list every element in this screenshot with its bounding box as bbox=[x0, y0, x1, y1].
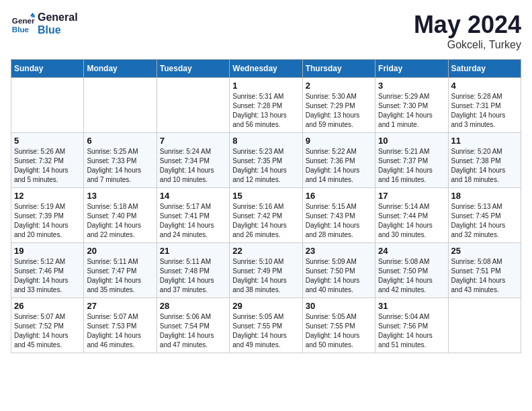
daylight-text: Daylight: 14 hours and 30 minutes. bbox=[378, 221, 445, 240]
daylight-text: Daylight: 14 hours and 24 minutes. bbox=[160, 221, 226, 240]
day-number: 7 bbox=[160, 136, 226, 146]
sunset-text: Sunset: 7:34 PM bbox=[160, 156, 226, 166]
col-tuesday: Tuesday bbox=[157, 60, 229, 78]
calendar-week-row: 12Sunrise: 5:19 AMSunset: 7:39 PMDayligh… bbox=[11, 188, 521, 243]
calendar-cell: 27Sunrise: 5:07 AMSunset: 7:53 PMDayligh… bbox=[84, 298, 157, 353]
daylight-text: Daylight: 14 hours and 38 minutes. bbox=[232, 276, 299, 295]
calendar-cell bbox=[11, 78, 84, 133]
day-info: Sunrise: 5:18 AMSunset: 7:40 PMDaylight:… bbox=[87, 202, 153, 240]
day-number: 30 bbox=[306, 301, 372, 311]
title-block: May 2024 Gokceli, Turkey bbox=[414, 11, 521, 51]
sunrise-text: Sunrise: 5:18 AM bbox=[87, 202, 153, 212]
day-number: 10 bbox=[378, 136, 445, 146]
daylight-text: Daylight: 14 hours and 22 minutes. bbox=[87, 221, 153, 240]
daylight-text: Daylight: 14 hours and 18 minutes. bbox=[451, 166, 518, 185]
day-number: 20 bbox=[87, 246, 153, 256]
calendar-cell: 22Sunrise: 5:10 AMSunset: 7:49 PMDayligh… bbox=[230, 243, 302, 298]
day-number: 11 bbox=[451, 136, 518, 146]
sunset-text: Sunset: 7:54 PM bbox=[160, 322, 226, 331]
day-info: Sunrise: 5:11 AMSunset: 7:47 PMDaylight:… bbox=[87, 257, 153, 295]
calendar-cell: 20Sunrise: 5:11 AMSunset: 7:47 PMDayligh… bbox=[84, 243, 157, 298]
daylight-text: Daylight: 14 hours and 37 minutes. bbox=[160, 276, 226, 295]
day-number: 31 bbox=[378, 301, 445, 311]
daylight-text: Daylight: 14 hours and 49 minutes. bbox=[232, 331, 299, 350]
calendar-cell: 30Sunrise: 5:05 AMSunset: 7:55 PMDayligh… bbox=[302, 298, 375, 353]
day-number: 25 bbox=[451, 246, 518, 256]
sunrise-text: Sunrise: 5:28 AM bbox=[451, 92, 518, 101]
day-info: Sunrise: 5:15 AMSunset: 7:43 PMDaylight:… bbox=[306, 202, 372, 240]
day-info: Sunrise: 5:19 AMSunset: 7:39 PMDaylight:… bbox=[14, 202, 81, 240]
day-info: Sunrise: 5:30 AMSunset: 7:29 PMDaylight:… bbox=[306, 92, 372, 130]
sunset-text: Sunset: 7:43 PM bbox=[306, 212, 372, 221]
calendar-cell: 8Sunrise: 5:23 AMSunset: 7:35 PMDaylight… bbox=[230, 133, 302, 188]
sunset-text: Sunset: 7:51 PM bbox=[451, 267, 518, 276]
sunset-text: Sunset: 7:50 PM bbox=[378, 267, 445, 276]
day-number: 23 bbox=[306, 246, 372, 256]
calendar-cell: 25Sunrise: 5:08 AMSunset: 7:51 PMDayligh… bbox=[448, 243, 521, 298]
calendar-cell: 17Sunrise: 5:14 AMSunset: 7:44 PMDayligh… bbox=[375, 188, 448, 243]
daylight-text: Daylight: 14 hours and 26 minutes. bbox=[232, 221, 299, 240]
sunrise-text: Sunrise: 5:13 AM bbox=[451, 202, 518, 212]
calendar-cell: 3Sunrise: 5:29 AMSunset: 7:30 PMDaylight… bbox=[375, 78, 448, 133]
col-sunday: Sunday bbox=[11, 60, 84, 78]
day-number: 12 bbox=[14, 191, 81, 201]
calendar-cell: 5Sunrise: 5:26 AMSunset: 7:32 PMDaylight… bbox=[11, 133, 84, 188]
day-number: 9 bbox=[306, 136, 372, 146]
sunrise-text: Sunrise: 5:29 AM bbox=[378, 92, 445, 101]
day-info: Sunrise: 5:04 AMSunset: 7:56 PMDaylight:… bbox=[378, 312, 445, 350]
day-info: Sunrise: 5:05 AMSunset: 7:55 PMDaylight:… bbox=[232, 312, 299, 350]
sunset-text: Sunset: 7:45 PM bbox=[451, 212, 518, 221]
sunrise-text: Sunrise: 5:11 AM bbox=[160, 257, 226, 267]
calendar-cell: 9Sunrise: 5:22 AMSunset: 7:36 PMDaylight… bbox=[302, 133, 375, 188]
calendar-cell: 24Sunrise: 5:08 AMSunset: 7:50 PMDayligh… bbox=[375, 243, 448, 298]
day-info: Sunrise: 5:21 AMSunset: 7:37 PMDaylight:… bbox=[378, 147, 445, 185]
sunrise-text: Sunrise: 5:05 AM bbox=[306, 312, 372, 322]
daylight-text: Daylight: 13 hours and 59 minutes. bbox=[306, 111, 372, 130]
daylight-text: Daylight: 14 hours and 46 minutes. bbox=[87, 331, 153, 350]
day-number: 13 bbox=[87, 191, 153, 201]
sunrise-text: Sunrise: 5:20 AM bbox=[451, 147, 518, 156]
sunset-text: Sunset: 7:49 PM bbox=[232, 267, 299, 276]
daylight-text: Daylight: 14 hours and 28 minutes. bbox=[306, 221, 372, 240]
sunrise-text: Sunrise: 5:06 AM bbox=[160, 312, 226, 322]
sunrise-text: Sunrise: 5:10 AM bbox=[232, 257, 299, 267]
calendar-header-row: Sunday Monday Tuesday Wednesday Thursday… bbox=[11, 60, 521, 78]
day-number: 4 bbox=[451, 81, 518, 91]
col-wednesday: Wednesday bbox=[230, 60, 302, 78]
col-thursday: Thursday bbox=[302, 60, 375, 78]
calendar-cell: 4Sunrise: 5:28 AMSunset: 7:31 PMDaylight… bbox=[448, 78, 521, 133]
sunset-text: Sunset: 7:42 PM bbox=[232, 212, 299, 221]
sunset-text: Sunset: 7:53 PM bbox=[87, 322, 153, 331]
calendar-cell bbox=[157, 78, 229, 133]
sunrise-text: Sunrise: 5:15 AM bbox=[306, 202, 372, 212]
daylight-text: Daylight: 14 hours and 1 minute. bbox=[378, 111, 445, 130]
day-number: 8 bbox=[232, 136, 299, 146]
daylight-text: Daylight: 14 hours and 16 minutes. bbox=[378, 166, 445, 185]
day-number: 21 bbox=[160, 246, 226, 256]
sunset-text: Sunset: 7:36 PM bbox=[306, 156, 372, 166]
calendar-cell: 2Sunrise: 5:30 AMSunset: 7:29 PMDaylight… bbox=[302, 78, 375, 133]
sunrise-text: Sunrise: 5:12 AM bbox=[14, 257, 81, 267]
day-number: 29 bbox=[232, 301, 299, 311]
calendar-cell: 18Sunrise: 5:13 AMSunset: 7:45 PMDayligh… bbox=[448, 188, 521, 243]
sunrise-text: Sunrise: 5:08 AM bbox=[378, 257, 445, 267]
calendar-table: Sunday Monday Tuesday Wednesday Thursday… bbox=[11, 59, 521, 353]
day-number: 14 bbox=[160, 191, 226, 201]
day-number: 2 bbox=[306, 81, 372, 91]
sunrise-text: Sunrise: 5:07 AM bbox=[14, 312, 81, 322]
calendar-cell: 14Sunrise: 5:17 AMSunset: 7:41 PMDayligh… bbox=[157, 188, 229, 243]
calendar-cell bbox=[448, 298, 521, 353]
sunset-text: Sunset: 7:38 PM bbox=[451, 156, 518, 166]
sunrise-text: Sunrise: 5:09 AM bbox=[306, 257, 372, 267]
calendar-cell: 7Sunrise: 5:24 AMSunset: 7:34 PMDaylight… bbox=[157, 133, 229, 188]
day-info: Sunrise: 5:24 AMSunset: 7:34 PMDaylight:… bbox=[160, 147, 226, 185]
sunset-text: Sunset: 7:33 PM bbox=[87, 156, 153, 166]
daylight-text: Daylight: 14 hours and 3 minutes. bbox=[451, 111, 518, 130]
day-info: Sunrise: 5:23 AMSunset: 7:35 PMDaylight:… bbox=[232, 147, 299, 185]
sunset-text: Sunset: 7:55 PM bbox=[306, 322, 372, 331]
sunset-text: Sunset: 7:52 PM bbox=[14, 322, 81, 331]
day-number: 24 bbox=[378, 246, 445, 256]
day-info: Sunrise: 5:08 AMSunset: 7:51 PMDaylight:… bbox=[451, 257, 518, 295]
day-info: Sunrise: 5:10 AMSunset: 7:49 PMDaylight:… bbox=[232, 257, 299, 295]
daylight-text: Daylight: 14 hours and 35 minutes. bbox=[87, 276, 153, 295]
